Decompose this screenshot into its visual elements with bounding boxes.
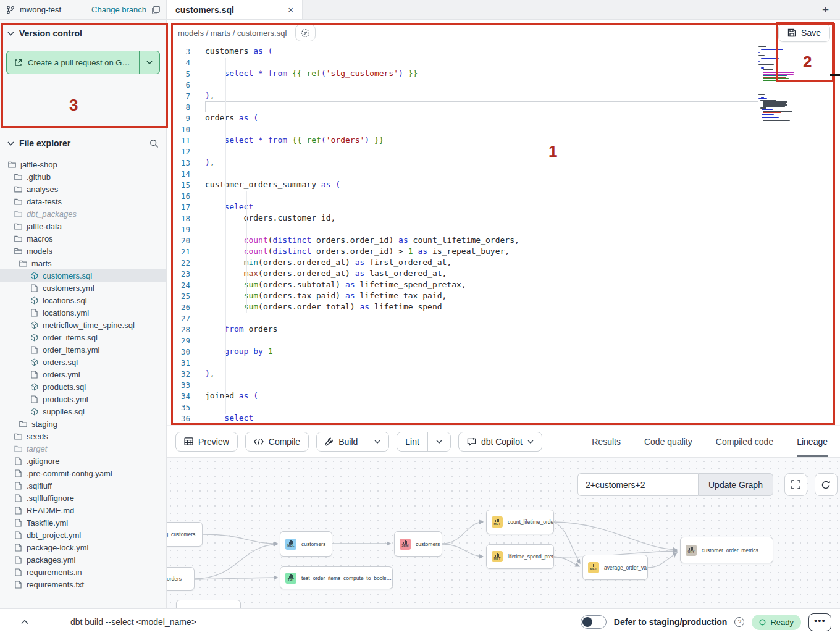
lineage-node-orders[interactable]: MDLorders xyxy=(167,567,195,591)
code-line[interactable]: 26 sum(orders.order_total) as lifetime_s… xyxy=(167,301,840,313)
help-icon[interactable]: ? xyxy=(734,617,744,627)
code-line[interactable]: 3customers as ( xyxy=(167,46,840,57)
code-line[interactable]: 13), xyxy=(167,157,840,168)
code-line[interactable]: 31 xyxy=(167,357,840,368)
docs-icon[interactable] xyxy=(151,6,160,14)
code-line[interactable]: 33 xyxy=(167,379,840,390)
chevron-down-icon[interactable] xyxy=(7,32,14,36)
code-line[interactable]: 6 xyxy=(167,79,840,90)
code-line[interactable]: 18 orders.customer_id, xyxy=(167,212,840,224)
tree-item[interactable]: seeds xyxy=(0,430,166,442)
new-tab-button[interactable]: + xyxy=(822,4,829,15)
more-options-button[interactable]: ••• xyxy=(808,613,831,631)
code-line[interactable]: 29 xyxy=(167,335,840,346)
code-line[interactable]: 27 xyxy=(167,313,840,324)
code-line[interactable]: 11 select * from {{ ref('orders') }} xyxy=(167,135,840,146)
tree-item[interactable]: requirements.in xyxy=(0,566,166,578)
code-line[interactable]: 32), xyxy=(167,368,840,379)
tree-item[interactable]: marts xyxy=(0,257,166,269)
tab-customers-sql[interactable]: customers.sql × xyxy=(167,0,303,19)
code-line[interactable]: 9orders as ( xyxy=(167,112,840,124)
lineage-node[interactable] xyxy=(176,600,241,608)
code-line[interactable]: 35 xyxy=(167,402,840,413)
create-pr-button[interactable]: Create a pull request on Git… xyxy=(7,51,139,74)
code-line[interactable]: 24 sum(orders.subtotal) as lifetime_spen… xyxy=(167,279,840,290)
tree-item[interactable]: products.sql xyxy=(0,381,166,393)
code-line[interactable]: 20 count(distinct orders.order_id) as co… xyxy=(167,235,840,246)
lineage-node-count_lifetime_orders[interactable]: METcount_lifetime_orders xyxy=(486,510,554,534)
code-line[interactable]: 16 xyxy=(167,190,840,201)
code-line[interactable]: 8 xyxy=(167,101,840,112)
build-dropdown[interactable] xyxy=(366,432,388,451)
code-line[interactable]: 34joined as ( xyxy=(167,390,840,402)
tree-item[interactable]: Taskfile.yml xyxy=(0,516,166,529)
lineage-selector-input[interactable] xyxy=(578,473,698,496)
code-line[interactable]: 30 group by 1 xyxy=(167,346,840,357)
lint-button[interactable]: Lint xyxy=(397,432,427,451)
tab-close-icon[interactable]: × xyxy=(288,4,293,15)
change-branch-link[interactable]: Change branch xyxy=(91,5,146,14)
code-line[interactable]: 15customer_orders_summary as ( xyxy=(167,179,840,190)
tree-item[interactable]: .github xyxy=(0,170,166,183)
build-button[interactable]: Build xyxy=(317,432,366,451)
tree-item[interactable]: products.yml xyxy=(0,393,166,405)
tree-item[interactable]: dbt_packages xyxy=(0,208,166,220)
tree-item[interactable]: metricflow_time_spine.sql xyxy=(0,319,166,331)
code-line[interactable]: 28 from orders xyxy=(167,324,840,335)
defer-toggle[interactable] xyxy=(581,615,607,629)
tree-item[interactable]: package-lock.yml xyxy=(0,541,166,553)
tree-item[interactable]: dbt_project.yml xyxy=(0,529,166,541)
tree-item[interactable]: jaffle-shop xyxy=(0,158,166,170)
tree-item[interactable]: staging xyxy=(0,418,166,430)
save-button[interactable]: Save xyxy=(778,23,830,42)
tree-item[interactable]: orders.yml xyxy=(0,368,166,381)
tree-item[interactable]: order_items.sql xyxy=(0,331,166,343)
minimap[interactable] xyxy=(758,46,817,123)
lineage-node-stg_customers[interactable]: MDLstg_customers xyxy=(167,522,203,547)
tree-item[interactable]: macros xyxy=(0,232,166,245)
code-line[interactable]: 22 min(orders.ordered_at) as first_order… xyxy=(167,257,840,268)
code-line[interactable]: 5 select * from {{ ref('stg_customers') … xyxy=(167,68,840,79)
code-line[interactable]: 19 xyxy=(167,224,840,235)
fullscreen-icon[interactable] xyxy=(784,473,807,496)
code-line[interactable]: 25 sum(orders.tax_paid) as lifetime_tax_… xyxy=(167,290,840,301)
tab-results[interactable]: Results xyxy=(592,426,621,457)
tree-item[interactable]: order_items.yml xyxy=(0,343,166,356)
tree-item[interactable]: README.md xyxy=(0,504,166,516)
tab-code-quality[interactable]: Code quality xyxy=(644,426,692,457)
update-graph-button[interactable]: Update Graph xyxy=(698,473,773,496)
code-line[interactable]: 4 xyxy=(167,57,840,68)
lineage-compass-button[interactable] xyxy=(295,24,316,41)
code-line[interactable]: 21 count(distinct orders.order_id) > 1 a… xyxy=(167,246,840,257)
tree-item[interactable]: packages.yml xyxy=(0,553,166,566)
tree-item[interactable]: customers.yml xyxy=(0,282,166,294)
lineage-node-average_order_value[interactable]: METaverage_order_value xyxy=(582,555,648,580)
tree-item[interactable]: jaffle-data xyxy=(0,220,166,232)
refresh-icon[interactable] xyxy=(815,473,838,496)
tab-lineage[interactable]: Lineage xyxy=(797,426,828,457)
tree-item[interactable]: customers.sql xyxy=(0,269,166,282)
chevron-up-icon[interactable] xyxy=(0,609,49,635)
preview-button[interactable]: Preview xyxy=(175,432,238,452)
code-line[interactable]: 10 xyxy=(167,124,840,135)
create-pr-dropdown[interactable] xyxy=(139,51,159,74)
dbt-copilot-button[interactable]: dbt Copilot xyxy=(458,432,542,452)
lineage-node-customers[interactable]: MDLcustomers xyxy=(280,531,332,557)
tree-item[interactable]: .sqlfluff xyxy=(0,479,166,492)
tree-item[interactable]: target xyxy=(0,442,166,455)
tree-item[interactable]: data-tests xyxy=(0,195,166,208)
tree-item[interactable]: .sqlfluffignore xyxy=(0,492,166,504)
tree-item[interactable]: .pre-commit-config.yaml xyxy=(0,467,166,479)
lineage-node-test_order_items_compute_to_bools[interactable]: TSTtest_order_items_compute_to_bools… xyxy=(280,566,393,589)
lint-dropdown[interactable] xyxy=(427,432,450,451)
code-line[interactable]: 14 xyxy=(167,168,840,179)
code-editor[interactable]: 3customers as (45 select * from {{ ref('… xyxy=(167,46,840,425)
tree-item[interactable]: locations.yml xyxy=(0,306,166,319)
tree-item[interactable]: locations.sql xyxy=(0,294,166,306)
tree-item[interactable]: models xyxy=(0,245,166,257)
code-line[interactable]: 7), xyxy=(167,90,840,101)
tree-item[interactable]: requirements.txt xyxy=(0,578,166,591)
tree-item[interactable]: orders.sql xyxy=(0,356,166,368)
tree-item[interactable]: supplies.sql xyxy=(0,405,166,418)
tab-compiled-code[interactable]: Compiled code xyxy=(716,426,773,457)
